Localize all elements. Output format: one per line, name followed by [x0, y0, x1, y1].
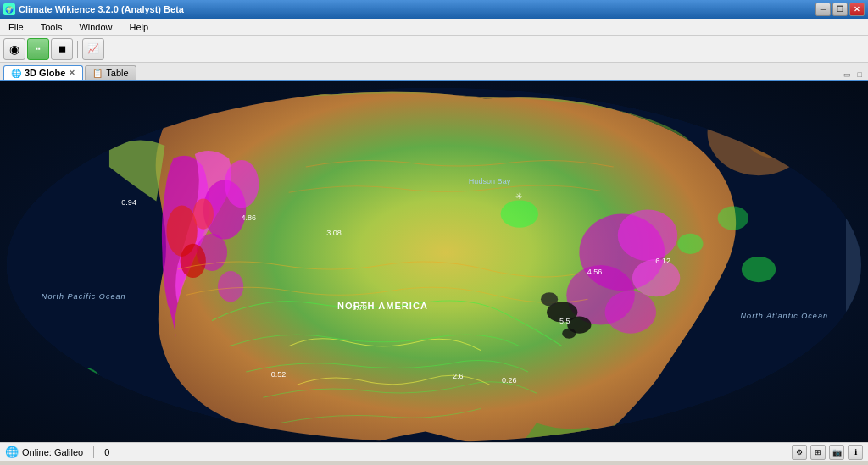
status-info-button[interactable]: ℹ: [848, 445, 863, 460]
window-controls: ─ ❐ ✕: [815, 3, 865, 16]
green-toggle-button[interactable]: ▪▪: [27, 38, 49, 60]
svg-point-17: [541, 292, 558, 306]
status-settings-button[interactable]: ⚙: [792, 445, 807, 460]
tab-maximize-button[interactable]: □: [855, 69, 865, 80]
svg-text:✳: ✳: [515, 191, 522, 201]
app-icon: 🌍: [3, 3, 15, 15]
svg-text:North Pacific Ocean: North Pacific Ocean: [42, 292, 126, 301]
globe-tab-label: 3D Globe: [25, 68, 65, 78]
svg-point-24: [67, 368, 101, 393]
tab-3d-globe[interactable]: 🌐 3D Globe ✕: [3, 65, 83, 80]
svg-point-14: [193, 198, 214, 229]
app-title: Climate Wikience 3.2.0 (Analyst) Beta: [19, 4, 184, 14]
svg-text:1000 km: 1000 km: [742, 435, 771, 442]
svg-point-22: [742, 257, 776, 282]
table-tab-label: Table: [106, 68, 128, 78]
tab-bar: 🌐 3D Globe ✕ 📋 Table ▭ □: [0, 63, 868, 81]
minimize-button[interactable]: ─: [815, 3, 831, 16]
status-layers-button[interactable]: ⊞: [810, 445, 826, 460]
globe-zoom-button[interactable]: +: [848, 106, 860, 118]
tab-table[interactable]: 📋 Table: [85, 65, 136, 80]
globe-tab-icon: 🌐: [11, 69, 21, 78]
svg-text:0.52: 0.52: [271, 370, 287, 379]
svg-point-21: [718, 206, 748, 230]
svg-text:3.08: 3.08: [326, 229, 342, 237]
svg-point-23: [84, 389, 135, 423]
svg-point-10: [605, 291, 656, 333]
svg-point-18: [562, 329, 576, 339]
svg-point-6: [218, 271, 243, 302]
svg-text:Hudson Bay: Hudson Bay: [469, 177, 511, 185]
svg-point-19: [501, 200, 538, 227]
menu-window[interactable]: Window: [74, 20, 117, 34]
menu-bar: File Tools Window Help: [0, 19, 868, 36]
sidebar-right: ⚙ +: [846, 88, 861, 442]
coordinates-section: 0: [104, 447, 109, 457]
svg-text:North Atlantic Ocean: North Atlantic Ocean: [741, 313, 828, 321]
globe-settings-button[interactable]: ⚙: [848, 91, 860, 103]
status-separator-1: [93, 446, 94, 458]
globe-clip: ✳ 1000 km 4.86 3.08 0.79 0.52 0.44 0.51 …: [7, 88, 861, 442]
tab-minimize-button[interactable]: ▭: [841, 69, 854, 80]
status-right: ⚙ ⊞ 📷 ℹ: [792, 445, 863, 460]
close-button[interactable]: ✕: [849, 3, 865, 16]
svg-text:5.5: 5.5: [559, 317, 570, 325]
status-bar: 🌐 Online: Galileo 0 ⚙ ⊞ 📷 ℹ: [0, 442, 868, 461]
menu-help[interactable]: Help: [125, 20, 154, 34]
status-camera-button[interactable]: 📷: [829, 445, 844, 460]
svg-text:Molokai Fracture Zone: Molokai Fracture Zone: [57, 424, 125, 432]
map-svg: ✳ 1000 km 4.86 3.08 0.79 0.52 0.44 0.51 …: [7, 88, 861, 442]
globe-tab-close[interactable]: ✕: [69, 69, 75, 77]
menu-file[interactable]: File: [3, 20, 29, 34]
menu-tools[interactable]: Tools: [36, 20, 68, 34]
svg-text:6.12: 6.12: [655, 257, 670, 265]
color-wheel-button[interactable]: ◉: [3, 38, 25, 60]
svg-point-8: [618, 209, 678, 260]
svg-text:4.56: 4.56: [587, 268, 603, 276]
chart-button[interactable]: 📈: [82, 38, 104, 60]
svg-text:NORTH AMERICA: NORTH AMERICA: [337, 301, 428, 311]
globe-status-icon: 🌐: [5, 446, 19, 458]
toolbar: ◉ ▪▪ ◼ 📈: [0, 36, 868, 63]
tab-controls: ▭ □: [841, 69, 865, 80]
online-status-text: Online: Galileo: [22, 447, 83, 457]
table-tab-icon: 📋: [92, 69, 103, 78]
svg-text:0.94: 0.94: [121, 198, 136, 207]
globe-area[interactable]: ✳ 1000 km 4.86 3.08 0.79 0.52 0.44 0.51 …: [0, 81, 868, 442]
coordinates-text: 0: [104, 447, 109, 457]
title-bar: 🌍 Climate Wikience 3.2.0 (Analyst) Beta …: [0, 0, 868, 19]
svg-point-2: [742, 98, 810, 158]
svg-text:2.6: 2.6: [453, 372, 464, 380]
restore-button[interactable]: ❐: [832, 3, 848, 16]
svg-point-13: [181, 244, 206, 278]
svg-point-4: [225, 160, 259, 208]
online-status-section: 🌐 Online: Galileo: [5, 446, 83, 458]
svg-text:0.26: 0.26: [502, 376, 517, 385]
svg-text:4.86: 4.86: [241, 213, 256, 222]
svg-point-20: [677, 234, 703, 254]
toolbar-separator: [77, 41, 78, 58]
square-tool-button[interactable]: ◼: [51, 38, 73, 60]
